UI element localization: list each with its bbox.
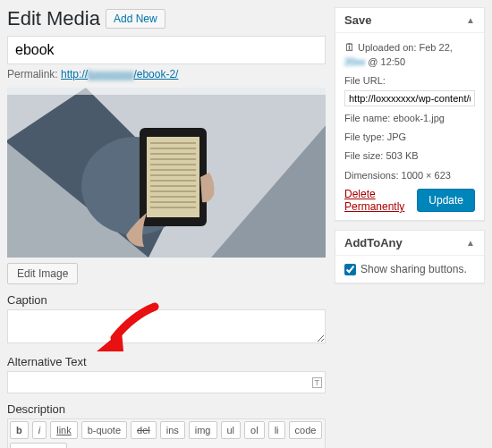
file-name-value: ebook-1.jpg xyxy=(393,113,445,123)
addtoany-postbox-header[interactable]: AddToAny ▲ xyxy=(335,231,484,256)
media-title-input[interactable] xyxy=(7,36,326,64)
quicktag-code[interactable]: code xyxy=(289,421,323,439)
quicktag-b[interactable]: b xyxy=(10,421,29,439)
quicktag-b-quote[interactable]: b-quote xyxy=(81,421,127,439)
quicktag-close-tags[interactable]: close tags xyxy=(10,443,67,448)
show-sharing-checkbox[interactable] xyxy=(344,264,356,275)
quicktag-li[interactable]: li xyxy=(268,421,285,439)
quicktag-link[interactable]: link xyxy=(50,421,78,439)
permalink-row: Permalink: http://loxxxxxxx/ebook-2/ xyxy=(7,68,326,80)
quicktag-ins[interactable]: ins xyxy=(160,421,185,439)
quicktags-toolbar: bilinkb-quotedelinsimgulollicodeclose ta… xyxy=(7,418,326,448)
quicktag-ul[interactable]: ul xyxy=(221,421,242,439)
collapse-icon: ▲ xyxy=(466,238,475,248)
permalink-label: Permalink: xyxy=(7,68,58,80)
caption-textarea[interactable] xyxy=(7,309,326,343)
page-title: Edit Media xyxy=(7,7,100,30)
file-url-input[interactable] xyxy=(344,90,475,106)
input-hint-icon: T xyxy=(312,377,323,388)
edit-image-button[interactable]: Edit Image xyxy=(7,263,78,284)
description-label: Description xyxy=(7,402,326,416)
svg-rect-20 xyxy=(7,88,326,95)
file-size-value: 503 KB xyxy=(386,150,418,161)
file-url-label: File URL: xyxy=(344,74,475,88)
quicktag-i[interactable]: i xyxy=(32,421,47,439)
alt-text-label: Alternative Text xyxy=(7,355,326,368)
permalink-link[interactable]: http://loxxxxxxx/ebook-2/ xyxy=(61,68,178,80)
media-preview xyxy=(7,88,326,258)
save-postbox: Save ▲ 🗓Uploaded on: Feb 22, 20xx @ 12:5… xyxy=(335,7,485,221)
calendar-icon: 🗓 xyxy=(344,41,355,54)
delete-permanently-link[interactable]: Delete Permanently xyxy=(344,188,417,213)
addtoany-postbox: AddToAny ▲ Show sharing buttons. xyxy=(335,230,485,283)
quicktag-ol[interactable]: ol xyxy=(244,421,265,439)
file-type-value: JPG xyxy=(387,131,406,142)
quicktag-del[interactable]: del xyxy=(131,421,157,439)
show-sharing-label: Show sharing buttons. xyxy=(361,263,467,275)
collapse-icon: ▲ xyxy=(466,15,475,25)
save-postbox-header[interactable]: Save ▲ xyxy=(335,8,484,33)
quicktag-img[interactable]: img xyxy=(189,421,217,439)
caption-label: Caption xyxy=(7,293,326,307)
add-new-button[interactable]: Add New xyxy=(106,9,165,29)
alt-text-input[interactable] xyxy=(7,371,326,393)
update-button[interactable]: Update xyxy=(417,189,475,212)
dimensions-value: 1000 × 623 xyxy=(402,170,451,181)
